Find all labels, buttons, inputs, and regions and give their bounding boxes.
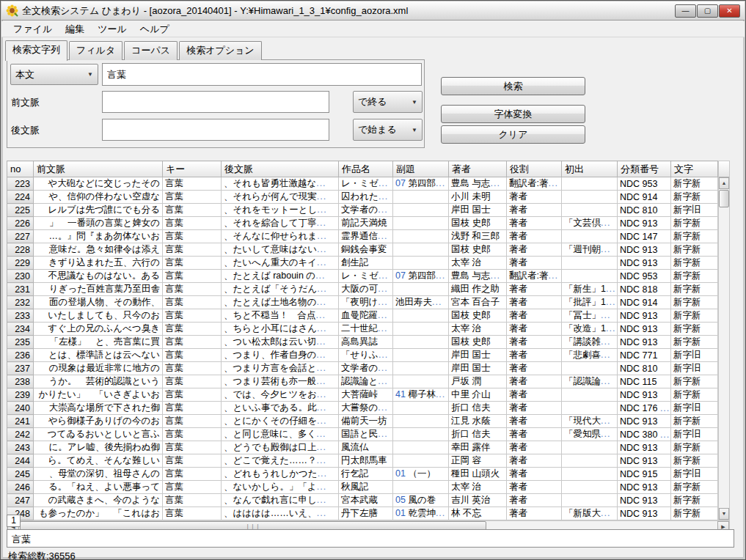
column-header-6[interactable]: 著者 (449, 161, 507, 177)
vertical-scroll-track[interactable] (719, 189, 729, 508)
cell-文字: 新字新 (671, 415, 718, 428)
cell-文字: 新字新 (671, 309, 718, 323)
cell-no: 232 (7, 296, 34, 309)
cell-前文脈: 」 一番頭の言葉と婢女の (34, 217, 163, 230)
cell-作品名: 霊界通信... (339, 230, 393, 243)
vertical-scroll-thumb[interactable] (719, 190, 729, 207)
cell-前文脈: の武蔵さまへ、今のような (34, 494, 163, 507)
cell-著者: 豊島 与志... (449, 270, 507, 283)
menu-tools[interactable]: ツール (92, 21, 133, 37)
title-bar[interactable]: 全文検索システム ひまわり - [aozora_20140401] - Y:¥H… (1, 1, 745, 21)
scroll-up-button[interactable]: ▲ (719, 177, 729, 189)
cell-初出: 「新生」1... (562, 283, 618, 296)
selected-text-field[interactable]: 言葉 (7, 529, 734, 548)
search-button[interactable]: 検索 (441, 77, 585, 95)
column-header-3[interactable]: 後文脈 (222, 161, 339, 177)
table-row[interactable]: 227…。』問『まあ勿体ないお言葉、そんなに仰せられま...霊界通信...浅野 … (7, 230, 718, 243)
clear-button[interactable]: クリア (441, 125, 585, 144)
cell-キー: 言葉 (163, 428, 222, 441)
table-row[interactable]: 246る。「ねえ、よい悪事って言葉、ないかしら。」「よ...秋風記太宰 治著者N… (7, 481, 718, 494)
cell-前文脈: …。』問『まあ勿体ないお (34, 230, 163, 243)
glyph-convert-button[interactable]: 字体変換 (441, 105, 585, 123)
close-button[interactable]: ✕ (719, 4, 740, 18)
cell-役割: 翻訳者:著... (507, 270, 562, 283)
menu-file[interactable]: ファイル (7, 21, 58, 37)
table-row[interactable]: 226」 一番頭の言葉と婢女の言葉、それを綜合して丁寧...前記天満焼国枝 史郎… (7, 217, 718, 230)
minimize-button[interactable]: — (675, 4, 696, 18)
prev-context-input[interactable] (102, 91, 329, 113)
cell-分類番号: NDC 810 (618, 362, 671, 375)
prev-context-match-select[interactable]: で終る ▼ (353, 91, 423, 113)
table-row[interactable]: 223や大砲などに交じったその言葉、それも皆勇壮激越な...レ・ミゼ...07 … (7, 177, 718, 191)
menu-edit[interactable]: 編集 (59, 21, 90, 37)
column-header-5[interactable]: 副題 (393, 161, 449, 177)
cell-キー: 言葉 (163, 362, 222, 375)
cell-作品名: 認識論と... (339, 375, 393, 388)
table-row[interactable]: 247の武蔵さまへ、今のような言葉、なんで戯れ言に申し...宮本武蔵05 風の巻… (7, 494, 718, 507)
table-row[interactable]: 238うか。 芸術的認識という言葉、つまり芸術も亦一般...認識論と...戸坂 … (7, 375, 718, 388)
maximize-button[interactable]: ▢ (697, 4, 718, 18)
table-row[interactable]: 239かりたい」 「いさぎよいお言葉、では、今夕ヒツをお...大菩薩峠41 椰子… (7, 388, 718, 402)
cell-キー: 言葉 (163, 191, 222, 204)
tab-search-options[interactable]: 検索オプション (179, 41, 262, 60)
column-header-2[interactable]: キー (163, 161, 222, 177)
column-header-10[interactable]: 文字 (671, 161, 718, 177)
table-row[interactable]: 248も参ったのか」 「これはお言葉、はははは……いえ、...丹下左膳01 乾雲… (7, 507, 718, 520)
vertical-scrollbar[interactable]: ▲ ▼ (718, 161, 730, 520)
cell-作品名: 大嘗祭の... (339, 402, 393, 415)
cell-キー: 言葉 (163, 415, 222, 428)
next-context-input[interactable] (102, 119, 329, 141)
table-row[interactable]: 232面の登場人物、その動作、言葉、たとえば土地名物の...「夜明け...池田寿… (7, 296, 718, 309)
table-row[interactable]: 243に。アレ嘘、後先揃わぬ御言葉、どうでも殿御は口上...風流仏幸田 露伴著者… (7, 441, 718, 454)
next-context-match-select[interactable]: で始まる ▼ (353, 119, 423, 141)
table-row[interactable]: 244ら。てめえ、そんな難しい言葉、どこで覚えた……？...円太郎馬車正岡 容著… (7, 454, 718, 468)
column-header-7[interactable]: 役割 (507, 161, 562, 177)
column-header-4[interactable]: 作品名 (339, 161, 393, 177)
table-row[interactable]: 234すぐ上の兄のふんべつ臭き言葉、ちらと小耳にはさん...二十世紀...太宰 … (7, 323, 718, 336)
column-header-9[interactable]: 分類番号 (618, 161, 671, 177)
table-row[interactable]: 224や、信仰の伴わない空虚な言葉、それらが何んで現実...囚われた...小川 … (7, 191, 718, 204)
sunflower-app-icon (6, 4, 18, 17)
cell-no: 246 (7, 481, 34, 494)
cell-作品名: 備前天一坊 (339, 415, 393, 428)
cell-分類番号: NDC 176 ... (618, 402, 671, 415)
table-row[interactable]: 235「左様」 と、売言葉に買言葉、つい松太郎は云い切...高島異誌国枝 史郎著… (7, 336, 718, 349)
column-header-8[interactable]: 初出 (562, 161, 618, 177)
cell-後文脈: 、そんなに仰せられま... (222, 230, 339, 243)
table-row[interactable]: 236とは、標準語とは云へない言葉、つまり、作者自身の...「せりふ...岸田 … (7, 349, 718, 362)
table-row[interactable]: 242つてゐるおいとしいと言ふ言葉、と同じ意味に、多く...国語と民...折口 … (7, 428, 718, 441)
app-window: 全文検索システム ひまわり - [aozora_20140401] - Y:¥H… (0, 0, 746, 560)
table-row[interactable]: 229きずり込まれた五、六行の言葉、たいへん重大のキイ...創生記太宰 治著者N… (7, 257, 718, 270)
table-row[interactable]: 237の現象は最近非常に地方の言葉、つまり方言を会話と...文学者の...岸田 … (7, 362, 718, 375)
cell-初出: 「新版大... (562, 507, 618, 520)
cell-役割: 著者 (507, 309, 562, 323)
cell-役割: 著者 (507, 362, 562, 375)
tab-search-string[interactable]: 検索文字列 (5, 40, 67, 61)
cell-キー: 言葉 (163, 507, 222, 520)
table-row[interactable]: 228意味だ。急々如律令は添え言葉、たいして意味はない...銅銭会事変国枝 史郎… (7, 243, 718, 257)
cell-前文脈: きずり込まれた五、六行の (34, 257, 163, 270)
cell-no: 223 (7, 177, 34, 191)
table-row[interactable]: 233いたしましても、只今のお言葉、ちと不穏当！ 合点...血曼陀羅...国枝 … (7, 309, 718, 323)
table-row[interactable]: 241やら御様子ありげの今のお言葉、とにかくその仔細を...備前天一坊江見 水蔭… (7, 415, 718, 428)
tab-filter[interactable]: フィルタ (69, 41, 122, 60)
menu-help[interactable]: ヘルプ (134, 21, 175, 37)
cell-前文脈: や大砲などに交じったその (34, 177, 163, 191)
page-indicator[interactable]: 1 (7, 515, 21, 527)
cell-前文脈: りぎった百姓言葉乃至田舎 (34, 283, 163, 296)
search-target-select[interactable]: 本文 ▼ (10, 64, 98, 85)
table-row[interactable]: 240大崇高な場所で下された御言葉、といふ事である。此...大嘗祭の...折口 … (7, 402, 718, 415)
scroll-down-button[interactable]: ▼ (719, 508, 729, 520)
table-row[interactable]: 230不思議なものはない。ある言葉、たとえば rabouin の...レ・ミゼ.… (7, 270, 718, 283)
query-input[interactable] (102, 63, 422, 86)
table-row[interactable]: 225レルブは先づ誰にでも分る言葉、それをモットーとし...文学者の...岸田 … (7, 204, 718, 217)
cell-no: 234 (7, 323, 34, 336)
column-header-1[interactable]: 前文脈 (34, 161, 163, 177)
cell-no: 240 (7, 402, 34, 415)
table-row[interactable]: 231りぎった百姓言葉乃至田舎言葉、たとえば「そうだん...大阪の可...織田 … (7, 283, 718, 296)
tab-corpus[interactable]: コーパス (124, 41, 178, 60)
table-row[interactable]: 245、母堂の深切、祖母さんの言葉、どれもうれしかつた...行乞記01 （一）種… (7, 468, 718, 481)
cell-文字: 新字新 (671, 375, 718, 388)
cell-役割: 著者 (507, 402, 562, 415)
column-header-0[interactable]: no (7, 161, 34, 177)
